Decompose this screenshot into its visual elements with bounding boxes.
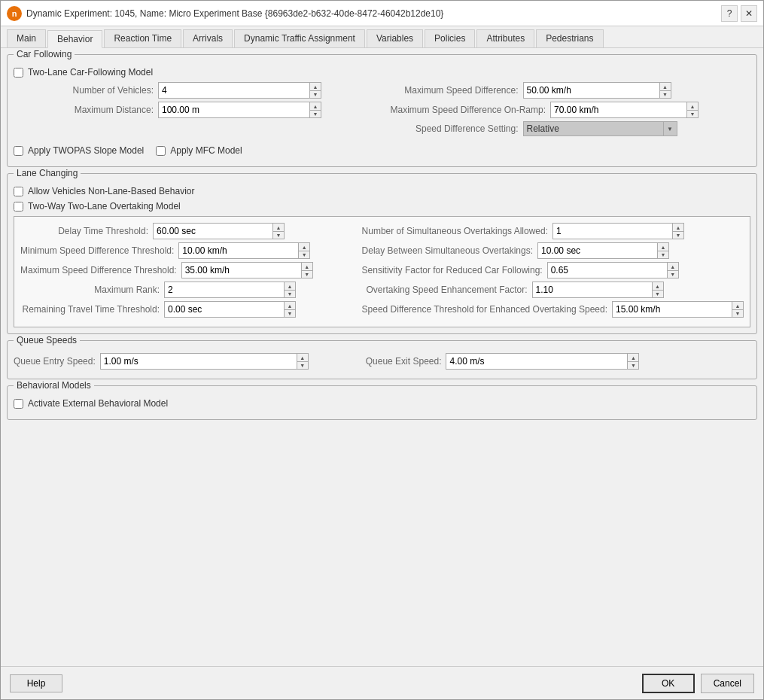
queue-exit-speed-spinner: ▲ ▼ [446, 353, 639, 370]
help-button[interactable]: ? [721, 5, 738, 22]
sensitivity-input[interactable] [548, 263, 667, 278]
tab-arrivals[interactable]: Arrivals [183, 29, 233, 47]
tab-policies[interactable]: Policies [425, 29, 475, 47]
speed-diff-threshold-row: Speed Difference Threshold for Enhanced … [362, 301, 744, 318]
num-simultaneous-row: Number of Simultaneous Overtakings Allow… [362, 223, 744, 239]
speed-diff-threshold-up[interactable]: ▲ [732, 302, 743, 309]
queue-exit-speed-down[interactable]: ▼ [628, 361, 638, 369]
title-bar: n Dynamic Experiment: 1045, Name: Micro … [1, 1, 763, 26]
overtaking-speed-up[interactable]: ▲ [653, 282, 663, 290]
delay-time-input[interactable] [154, 224, 272, 239]
queue-entry-speed-down[interactable]: ▼ [297, 361, 308, 369]
max-distance-down[interactable]: ▼ [310, 110, 321, 117]
queue-entry-speed-up[interactable]: ▲ [297, 354, 308, 361]
tab-pedestrians[interactable]: Pedestrians [536, 29, 603, 47]
tab-behavior[interactable]: Behavior [47, 30, 102, 48]
min-speed-diff-down[interactable]: ▼ [299, 251, 309, 258]
queue-entry-speed-input[interactable] [101, 354, 297, 369]
tab-variables[interactable]: Variables [367, 29, 423, 47]
max-rank-down[interactable]: ▼ [285, 290, 295, 297]
speed-diff-threshold-down[interactable]: ▼ [732, 309, 743, 317]
footer-bar: Help OK Cancel [1, 666, 763, 699]
tab-dynamic-traffic[interactable]: Dynamic Traffic Assignment [234, 29, 365, 47]
max-speed-diff-ramp-row: Maximum Speed Difference On-Ramp: ▲ ▼ [391, 102, 751, 118]
max-speed-diff-ramp-up[interactable]: ▲ [687, 102, 698, 110]
num-simultaneous-up[interactable]: ▲ [673, 224, 683, 231]
remaining-travel-down[interactable]: ▼ [285, 309, 295, 317]
num-simultaneous-spinner: ▲ ▼ [552, 223, 684, 239]
min-speed-diff-row: Minimum Speed Difference Threshold: ▲ ▼ [20, 242, 358, 259]
apply-mfc-checkbox[interactable] [156, 146, 166, 156]
remaining-travel-input[interactable] [165, 302, 284, 317]
max-speed-diff-threshold-input[interactable] [182, 263, 301, 278]
remaining-travel-label: Remaining Travel Time Threshold: [20, 304, 160, 315]
help-button[interactable]: Help [10, 674, 62, 692]
queue-speeds-title: Queue Speeds [14, 335, 80, 345]
speed-diff-threshold-input[interactable] [613, 302, 732, 317]
max-speed-diff-ramp-input[interactable] [551, 102, 686, 117]
overtaking-speed-down[interactable]: ▼ [653, 290, 663, 297]
min-speed-diff-up[interactable]: ▲ [299, 243, 309, 251]
max-speed-diff-input[interactable] [524, 83, 659, 98]
overtaking-speed-input[interactable] [533, 282, 652, 297]
sensitivity-up[interactable]: ▲ [668, 263, 678, 270]
cancel-button[interactable]: Cancel [701, 674, 754, 693]
num-vehicles-down[interactable]: ▼ [310, 90, 321, 98]
ok-button[interactable]: OK [642, 674, 695, 693]
max-distance-row: Maximum Distance: ▲ ▼ [26, 102, 386, 118]
remaining-travel-up[interactable]: ▲ [285, 302, 295, 309]
allow-non-lane-checkbox[interactable] [14, 187, 23, 196]
speed-diff-threshold-label: Speed Difference Threshold for Enhanced … [362, 304, 607, 315]
num-vehicles-row: Number of Vehicles: ▲ ▼ [26, 82, 386, 99]
delay-time-down[interactable]: ▼ [273, 231, 284, 239]
app-logo: n [7, 6, 22, 21]
num-simultaneous-input[interactable] [553, 224, 672, 239]
two-way-overtaking-checkbox[interactable] [14, 202, 23, 212]
delay-between-up[interactable]: ▲ [658, 243, 668, 251]
max-speed-diff-up[interactable]: ▲ [660, 83, 671, 90]
max-distance-input[interactable] [159, 102, 309, 117]
two-lane-checkbox[interactable] [14, 68, 23, 78]
num-simultaneous-down[interactable]: ▼ [673, 231, 683, 239]
close-button[interactable]: ✕ [741, 5, 757, 22]
apply-twopas-row: Apply TWOPAS Slope Model [14, 145, 144, 156]
max-speed-diff-threshold-row: Maximum Speed Difference Threshold: ▲ ▼ [20, 262, 358, 278]
tab-main[interactable]: Main [7, 29, 46, 47]
speed-diff-setting-arrow[interactable]: ▼ [663, 122, 677, 135]
apply-twopas-checkbox[interactable] [14, 146, 23, 156]
overtaking-speed-spinner: ▲ ▼ [532, 282, 664, 298]
delay-between-input[interactable] [538, 243, 657, 258]
queue-exit-speed-label: Queue Exit Speed: [366, 356, 442, 367]
max-distance-up[interactable]: ▲ [310, 102, 321, 110]
sensitivity-down[interactable]: ▼ [668, 270, 678, 278]
num-vehicles-up[interactable]: ▲ [310, 83, 321, 90]
max-speed-diff-threshold-up[interactable]: ▲ [302, 263, 312, 270]
max-speed-diff-down[interactable]: ▼ [660, 90, 671, 98]
remaining-travel-spinner: ▲ ▼ [164, 301, 296, 318]
max-rank-spinner: ▲ ▼ [164, 282, 296, 298]
tab-reaction-time[interactable]: Reaction Time [104, 29, 181, 47]
remaining-travel-row: Remaining Travel Time Threshold: ▲ ▼ [20, 301, 358, 318]
delay-time-label: Delay Time Threshold: [20, 226, 148, 236]
queue-exit-speed-input[interactable] [446, 354, 627, 369]
speed-diff-setting-select[interactable] [524, 122, 663, 135]
max-speed-diff-threshold-label: Maximum Speed Difference Threshold: [20, 265, 177, 275]
num-vehicles-input[interactable] [159, 83, 309, 98]
queue-entry-speed-label: Queue Entry Speed: [14, 356, 96, 367]
min-speed-diff-input[interactable] [179, 243, 298, 258]
delay-between-down[interactable]: ▼ [658, 251, 668, 258]
max-speed-diff-threshold-down[interactable]: ▼ [302, 270, 312, 278]
max-rank-up[interactable]: ▲ [285, 282, 295, 290]
delay-time-up[interactable]: ▲ [273, 224, 284, 231]
activate-external-checkbox[interactable] [14, 399, 23, 409]
tab-attributes[interactable]: Attributes [476, 29, 534, 47]
sensitivity-label: Sensitivity Factor for Reduced Car Follo… [362, 265, 543, 275]
max-speed-diff-threshold-spinner: ▲ ▼ [181, 262, 313, 278]
speed-diff-setting-label: Speed Difference Setting: [391, 123, 519, 134]
max-rank-row: Maximum Rank: ▲ ▼ [20, 282, 358, 298]
max-speed-diff-ramp-down[interactable]: ▼ [687, 110, 698, 117]
queue-exit-speed-up[interactable]: ▲ [628, 354, 638, 361]
max-rank-input[interactable] [165, 282, 284, 297]
queue-speeds-group: Queue Speeds Queue Entry Speed: ▲ ▼ Queu… [7, 340, 757, 379]
two-way-overtaking-label: Two-Way Two-Lane Overtaking Model [28, 201, 181, 212]
